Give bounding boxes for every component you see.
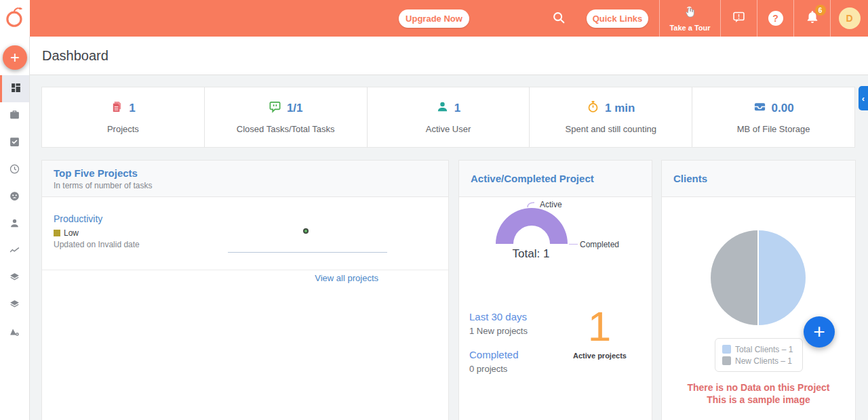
callout-line (526, 198, 536, 211)
sidebar-item-dashboard[interactable] (0, 75, 29, 102)
avatar: D (839, 7, 861, 29)
legend-label: New Clients – 1 (735, 356, 792, 366)
completed-projects-value: 0 projects (469, 364, 507, 374)
help-icon: ? (768, 11, 783, 26)
app-logo[interactable] (0, 0, 30, 37)
no-data-message: There is no Data on this Project This is… (662, 381, 855, 406)
hand-pointer-icon (683, 5, 697, 22)
card-header: Top Five Projects In terms of number of … (42, 161, 448, 197)
stat-time-spent[interactable]: 1 min Spent and still counting (530, 87, 692, 147)
sidebar-item-projects[interactable] (0, 102, 29, 129)
quick-links-button[interactable]: Quick Links (587, 9, 648, 28)
top-bar: Upgrade Now Quick Links Take a Tour ? 6 (0, 0, 868, 37)
stat-active-user[interactable]: 1 Active User (368, 87, 530, 147)
sidebar-item-users[interactable] (0, 211, 29, 238)
collapse-panel-button[interactable]: ‹ (859, 86, 868, 110)
active-completed-card: Active/Completed Project Active Complete… (458, 160, 652, 420)
donut-total-text: Total: 1 (493, 247, 569, 261)
legend-row: Total Clients – 1 (722, 343, 798, 355)
half-donut-chart (496, 208, 568, 244)
card-title: Clients (673, 173, 855, 184)
storage-tray-icon (753, 100, 766, 117)
feedback-icon (732, 10, 746, 27)
active-projects-label: Active projects (568, 352, 632, 360)
stat-value: 1/1 (287, 102, 303, 115)
feedback-button[interactable] (720, 0, 757, 37)
bell-icon: 6 (805, 9, 820, 27)
top-five-projects-card: Top Five Projects In terms of number of … (41, 160, 449, 420)
orangescrum-logo-icon (4, 5, 26, 32)
notifications-button[interactable]: 6 (793, 0, 830, 37)
clients-legend: Total Clients – 1 New Clients – 1 (715, 338, 803, 372)
sidebar-item-layers-alt[interactable] (0, 292, 29, 319)
legend-row: New Clients – 1 (722, 355, 798, 366)
layers-icon (9, 272, 20, 286)
sidebar-item-activity[interactable] (0, 238, 29, 265)
stat-label: Active User (426, 124, 471, 134)
briefcase-icon (9, 109, 20, 123)
take-a-tour-label: Take a Tour (669, 24, 710, 32)
take-a-tour-button[interactable]: Take a Tour (659, 0, 720, 37)
legend-label: Low (64, 228, 79, 238)
user-menu-button[interactable]: D (830, 0, 868, 37)
view-all-projects-link[interactable]: View all projects (315, 273, 378, 283)
page-title: Dashboard (42, 48, 108, 64)
card-subtitle: In terms of number of tasks (54, 181, 448, 190)
sparkline-data-point (303, 228, 309, 234)
updated-text: Updated on Invalid date (54, 240, 140, 249)
no-data-line2: This is a sample image (662, 394, 855, 406)
donut-active-label: Active (540, 200, 562, 209)
page-header: Dashboard (30, 37, 868, 75)
stat-value: 0.00 (772, 102, 794, 115)
sparkline-axis (228, 252, 387, 253)
upgrade-now-button[interactable]: Upgrade Now (399, 9, 469, 28)
divider (42, 270, 448, 270)
sidebar-item-group[interactable] (0, 184, 29, 211)
help-button[interactable]: ? (757, 0, 793, 37)
clients-pie-chart (711, 230, 806, 325)
active-projects-count: 1 (578, 306, 621, 348)
documents-icon (111, 100, 123, 117)
productivity-legend: Low (54, 228, 79, 238)
clipboard-check-icon (9, 136, 20, 150)
stat-label: Projects (107, 124, 139, 134)
sidebar-item-tasks[interactable] (0, 129, 29, 156)
project-link[interactable]: Productivity (54, 213, 102, 224)
stat-closed-tasks[interactable]: 1/1 Closed Tasks/Total Tasks (205, 87, 368, 147)
new-projects-value: 1 New projects (469, 326, 528, 336)
clients-card: Clients Total Clients – 1 New Clients – … (661, 160, 856, 420)
last-30-days-link[interactable]: Last 30 days (469, 311, 527, 322)
add-new-button[interactable]: + (3, 45, 27, 70)
task-bubble-icon (269, 100, 281, 117)
card-title: Active/Completed Project (471, 173, 652, 184)
person-icon (9, 217, 20, 232)
stat-value: 1 min (605, 102, 635, 115)
dashboard-icon (10, 82, 22, 96)
trending-line-icon (9, 245, 20, 259)
notification-badge: 6 (815, 5, 826, 16)
no-data-line1: There is no Data on this Project (662, 381, 855, 394)
legend-swatch-low (54, 230, 60, 236)
stat-value: 1 (454, 102, 460, 115)
card-header: Clients (662, 161, 855, 197)
completed-link[interactable]: Completed (469, 349, 519, 360)
clock-icon (9, 163, 20, 177)
card-title: Top Five Projects (54, 167, 448, 179)
sidebar-item-layers[interactable] (0, 265, 29, 292)
sidebar-item-reports[interactable] (0, 319, 29, 346)
legend-swatch-new-clients (722, 356, 731, 365)
add-client-button[interactable]: + (804, 316, 835, 348)
layers-icon (9, 299, 20, 313)
user-icon (436, 100, 449, 117)
sidebar-item-time-log[interactable] (0, 156, 29, 184)
triangle-gear-icon (9, 326, 20, 340)
stat-label: Closed Tasks/Total Tasks (237, 124, 335, 134)
stats-bar: 1 Projects 1/1 Closed Tasks/Total Tasks … (41, 87, 855, 148)
search-button[interactable] (549, 9, 568, 28)
stat-value: 1 (129, 102, 135, 115)
donut-completed-label: Completed (580, 240, 619, 249)
stat-projects[interactable]: 1 Projects (42, 87, 205, 147)
stat-file-storage[interactable]: 0.00 MB of File Storage (692, 87, 854, 147)
card-header: Active/Completed Project (459, 161, 652, 197)
legend-swatch-total-clients (722, 345, 731, 354)
